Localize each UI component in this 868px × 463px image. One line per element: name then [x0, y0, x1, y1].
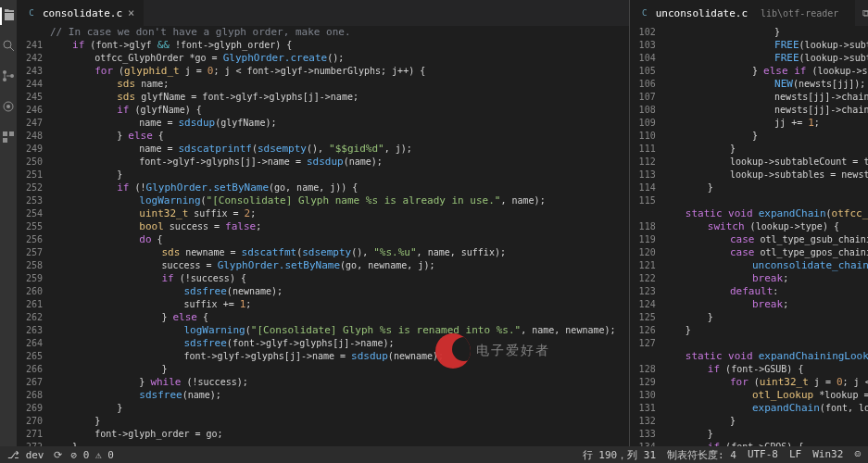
- indent[interactable]: 制表符长度: 4: [667, 448, 736, 462]
- svg-rect-7: [9, 131, 14, 136]
- close-icon[interactable]: ×: [128, 6, 134, 19]
- svg-rect-8: [3, 138, 7, 143]
- code-right[interactable]: } FREE(lookup->subtables[j]->chaining.ru…: [663, 26, 868, 463]
- debug-icon[interactable]: [1, 99, 16, 117]
- tab-label: consolidate.c: [43, 7, 122, 19]
- tab-crumb: lib\otf-reader: [753, 8, 846, 19]
- tab-label: unconsolidate.c: [656, 7, 748, 19]
- branch-indicator[interactable]: ⎇ dev: [7, 449, 44, 461]
- status-bar: ⎇ dev ⟳ ⊘ 0 ⚠ 0 行 190，列 31 制表符长度: 4 UTF-…: [0, 446, 868, 463]
- problems[interactable]: ⊘ 0 ⚠ 0: [71, 449, 114, 461]
- svg-point-3: [10, 74, 14, 78]
- c-file-icon: C: [26, 7, 37, 19]
- tab-consolidate[interactable]: C consolidate.c ×: [17, 0, 144, 26]
- svg-rect-6: [3, 131, 7, 136]
- c-file-icon: C: [639, 7, 650, 19]
- lang-mode[interactable]: Win32: [812, 448, 843, 462]
- tab-bar: C consolidate.c × C unconsolidate.c lib\…: [17, 0, 868, 26]
- eol[interactable]: LF: [789, 448, 801, 462]
- scm-icon[interactable]: [1, 69, 16, 86]
- gutter: 102 103 104 105 106 107 108 109 110 111 …: [630, 26, 663, 463]
- svg-point-1: [3, 70, 6, 74]
- svg-point-2: [3, 78, 6, 81]
- editor-left[interactable]: 241 242 243 244 245 246 247 248 249 250 …: [17, 26, 629, 463]
- search-icon[interactable]: [1, 38, 16, 56]
- feedback-icon[interactable]: ☺: [854, 448, 861, 462]
- tab-unconsolidate[interactable]: C unconsolidate.c lib\otf-reader: [630, 0, 856, 26]
- extensions-icon[interactable]: [1, 130, 16, 147]
- sync-icon[interactable]: ⟳: [54, 449, 62, 461]
- svg-point-0: [4, 41, 11, 48]
- gutter: 241 242 243 244 245 246 247 248 249 250 …: [17, 26, 50, 463]
- svg-point-5: [6, 105, 10, 108]
- explorer-icon[interactable]: [0, 7, 17, 25]
- compare-icon[interactable]: ⧉: [862, 7, 868, 19]
- encoding[interactable]: UTF-8: [748, 448, 778, 462]
- editor-area: C consolidate.c × C unconsolidate.c lib\…: [17, 0, 868, 446]
- editor-right[interactable]: 102 103 104 105 106 107 108 109 110 111 …: [630, 26, 868, 463]
- activity-bar: [0, 0, 17, 446]
- code-left[interactable]: // In case we don't have a glyph order, …: [50, 26, 629, 463]
- cursor-position[interactable]: 行 190，列 31: [583, 448, 656, 462]
